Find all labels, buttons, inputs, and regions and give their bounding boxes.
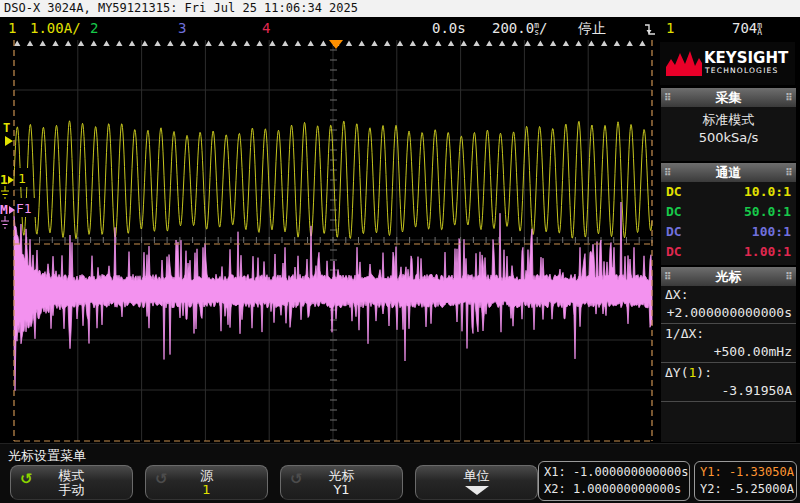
dx-value: +2.000000000000s bbox=[661, 304, 796, 322]
math-trace-tag: F1 bbox=[15, 198, 38, 217]
x2-value: X2: 1.000000000000s bbox=[544, 481, 684, 498]
ch4-number[interactable]: 4 bbox=[262, 17, 270, 40]
cycle-icon: ↺ bbox=[290, 470, 303, 488]
trigger-source: 1 bbox=[666, 17, 674, 40]
ch3-coupling-row: DC100:1 bbox=[661, 222, 796, 242]
trigger-marker-label: T bbox=[3, 121, 10, 135]
panel-acquire: ⠿ 采集 ⠿ 标准模式 500kSa/s bbox=[660, 87, 797, 162]
sidebar: KEYSIGHT TECHNOLOGIES ⠿ 采集 ⠿ 标准模式 500kSa… bbox=[660, 40, 797, 443]
timebase-readout: 200.0ms/ bbox=[492, 17, 547, 40]
x1-value: X1: -1.000000000000s bbox=[544, 464, 684, 481]
panel-cursors: ⠿ 光标 ⠿ ΔX: +2.000000000000s 1/ΔX: +500.0… bbox=[660, 266, 797, 443]
ch1-number[interactable]: 1 bbox=[8, 17, 16, 40]
y-cursor-readout: Y1: -1.33050A Y2: -5.25000A bbox=[694, 461, 797, 501]
oscilloscope-screen: DSO-X 3024A, MY59121315: Fri Jul 25 11:0… bbox=[0, 0, 800, 503]
ch1-scale[interactable]: 1.00A/ bbox=[30, 17, 81, 40]
grip-icon: ⠿ bbox=[664, 267, 672, 286]
time-offset: 0.0s bbox=[432, 17, 466, 40]
ch2-number[interactable]: 2 bbox=[90, 17, 98, 40]
cycle-icon: ↺ bbox=[20, 470, 33, 488]
run-state: 停止 bbox=[578, 17, 606, 40]
invdx-label: 1/ΔX: bbox=[661, 325, 796, 343]
grip-icon: ⠿ bbox=[664, 163, 672, 182]
grip-icon: ⠿ bbox=[785, 88, 793, 107]
softkey-menu: 光标设置菜单 ↺ 模式 手动 ↺ 源 1 ↺ 光标 Y1 单位 X1: -1.0… bbox=[0, 443, 800, 503]
trigger-level-marker[interactable]: T bbox=[3, 121, 13, 146]
softkey-source[interactable]: ↺ 源 1 bbox=[145, 465, 268, 500]
cycle-icon: ↺ bbox=[155, 470, 168, 488]
softkey-cursor[interactable]: ↺ 光标 Y1 bbox=[280, 465, 403, 500]
graticule: T 1 M 1 F1 bbox=[0, 40, 660, 443]
trigger-level-unit: mA bbox=[757, 22, 762, 36]
top-border-ticks bbox=[14, 41, 646, 47]
trigger-position-marker[interactable] bbox=[329, 40, 343, 49]
brand-sub: TECHNOLOGIES bbox=[705, 66, 778, 75]
dx-label: ΔX: bbox=[661, 286, 796, 304]
grip-icon: ⠿ bbox=[664, 88, 672, 107]
dy-value: -3.91950A bbox=[661, 382, 796, 400]
ch1-coupling-row: DC10.0:1 bbox=[661, 182, 796, 202]
softkey-units[interactable]: 单位 bbox=[415, 465, 538, 500]
svg-text:F1: F1 bbox=[16, 201, 32, 216]
panel-channels-header[interactable]: ⠿ 通道 ⠿ bbox=[661, 163, 796, 182]
math-ground-icon bbox=[1, 216, 9, 228]
brand-name: KEYSIGHT bbox=[704, 49, 788, 67]
softkey-mode[interactable]: ↺ 模式 手动 bbox=[10, 465, 133, 500]
status-bar: 1 1.00A/ 2 3 4 0.0s 200.0ms/ 停止 1 704mA bbox=[0, 17, 800, 40]
invdx-value: +500.00mHz bbox=[661, 343, 796, 361]
svg-text:1: 1 bbox=[18, 171, 26, 186]
menu-title: 光标设置菜单 bbox=[8, 447, 86, 465]
x-cursor-readout: X1: -1.000000000000s X2: 1.000000000000s bbox=[538, 461, 690, 501]
window-title: DSO-X 3024A, MY59121315: Fri Jul 25 11:0… bbox=[0, 0, 800, 17]
math-ground-marker[interactable]: M bbox=[0, 202, 15, 228]
ch1-marker-label: 1 bbox=[0, 172, 8, 187]
panel-cursors-header[interactable]: ⠿ 光标 ⠿ bbox=[661, 267, 796, 286]
waveform-display: T 1 M 1 F1 bbox=[0, 40, 660, 443]
y2-value: Y2: -5.25000A bbox=[700, 481, 791, 498]
ch1-ground-marker[interactable]: 1 bbox=[0, 172, 14, 198]
keysight-logo: KEYSIGHT TECHNOLOGIES bbox=[660, 42, 795, 85]
panel-channels: ⠿ 通道 ⠿ DC10.0:1 DC50.0:1 DC100:1 DC1.00:… bbox=[660, 162, 797, 266]
sample-rate: 500kSa/s bbox=[661, 129, 796, 147]
keysight-spark-icon bbox=[666, 50, 702, 76]
ch2-coupling-row: DC50.0:1 bbox=[661, 202, 796, 222]
ch1-ground-icon bbox=[1, 186, 9, 198]
panel-acquire-header[interactable]: ⠿ 采集 ⠿ bbox=[661, 88, 796, 107]
trigger-marker-arrow-icon bbox=[5, 136, 13, 146]
grip-icon: ⠿ bbox=[785, 163, 793, 182]
math-marker-label: M bbox=[0, 202, 8, 217]
ch4-coupling-row: DC1.00:1 bbox=[661, 242, 796, 262]
down-arrow-icon bbox=[465, 486, 489, 495]
ch3-number[interactable]: 3 bbox=[178, 17, 186, 40]
dy-label: ΔY(1): bbox=[661, 364, 796, 382]
trigger-level: 704mA bbox=[732, 17, 762, 40]
ch1-trace-tag: 1 bbox=[15, 168, 30, 187]
acquire-mode: 标准模式 bbox=[661, 111, 796, 129]
ch1-marker-arrow-icon bbox=[8, 176, 14, 184]
grip-icon: ⠿ bbox=[785, 267, 793, 286]
y1-value: Y1: -1.33050A bbox=[700, 464, 791, 481]
